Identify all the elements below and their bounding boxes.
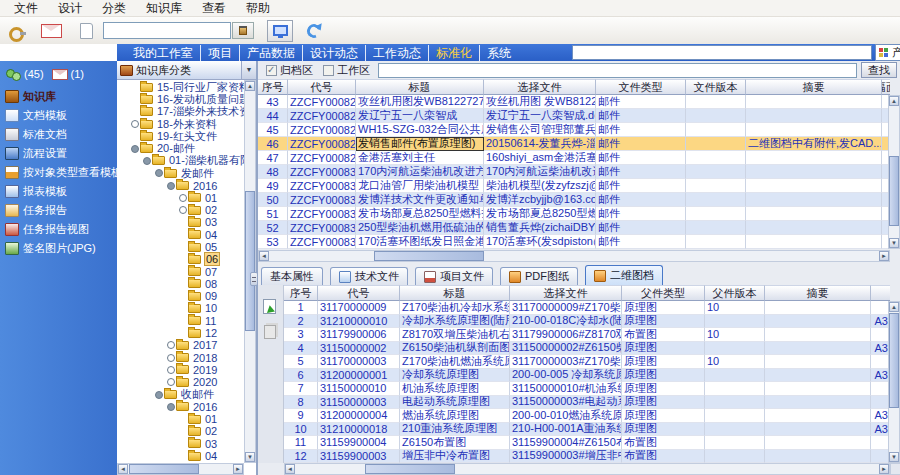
- column-header-幅面[interactable]: 幅面: [882, 79, 890, 95]
- table-row[interactable]: 631200000001冷却系统原理图200-00-005 冷却系统原理图..原…: [284, 369, 890, 383]
- table-row[interactable]: 46ZZCFY000827发销售邮件(布置原理图)20150614-发董兵烨-淄…: [258, 137, 890, 151]
- tree-node-2017[interactable]: 2017: [117, 339, 244, 351]
- column-header-文件版本[interactable]: 文件版本: [686, 79, 746, 95]
- column-header-代号[interactable]: 代号: [318, 285, 400, 301]
- column-header-文件类型[interactable]: 文件类型: [596, 79, 686, 95]
- nav-tab-系统[interactable]: 系统: [479, 45, 518, 61]
- tree-horizontal-scrollbar[interactable]: ◄ ►: [117, 463, 244, 475]
- column-header-标题[interactable]: 标题: [356, 79, 484, 95]
- scroll-left-icon[interactable]: ◄: [285, 464, 295, 474]
- scroll-right-icon[interactable]: ►: [879, 464, 889, 474]
- collapse-handle-icon[interactable]: [155, 169, 163, 177]
- collapse-handle-icon[interactable]: [131, 145, 139, 153]
- scrollbar-thumb[interactable]: [374, 251, 484, 261]
- chevron-down-icon[interactable]: ▼: [241, 61, 256, 79]
- toolbar-search-input[interactable]: [103, 22, 231, 39]
- find-button[interactable]: 查找: [861, 62, 897, 78]
- column-header-标题[interactable]: 标题: [400, 285, 510, 301]
- table-row[interactable]: 231210000010冷却水系统原理图(陆用)210-00-018C冷却水(陆…: [284, 315, 890, 329]
- tree-node-12[interactable]: 12: [117, 327, 244, 339]
- panel-splitter-handle[interactable]: [250, 272, 258, 286]
- nav-tab-我的工作室[interactable]: 我的工作室: [126, 45, 200, 61]
- table-row[interactable]: 531170000003Z170柴油机燃油系统原理图31170000003#Z1…: [284, 355, 890, 369]
- sidebar-item-标准文档[interactable]: 标准文档: [0, 125, 117, 144]
- menu-item-知识库[interactable]: 知识库: [136, 0, 192, 17]
- scrollbar-thumb[interactable]: [365, 464, 455, 474]
- tree-node-05[interactable]: 05: [117, 241, 244, 253]
- column-header-sheet[interactable]: [871, 285, 890, 301]
- table-row[interactable]: 1131159900004Z6150布置图31159900004#Z6150布置…: [284, 436, 890, 450]
- column-header-序号[interactable]: 序号: [284, 285, 318, 301]
- table-row[interactable]: 931200000004燃油系统原理图200-00-010燃油系统原理图..原理…: [284, 409, 890, 423]
- nav-tab-标准化[interactable]: 标准化: [428, 45, 479, 61]
- key-icon[interactable]: [8, 23, 26, 39]
- nav-tab-设计动态[interactable]: 设计动态: [302, 45, 365, 61]
- nav-tab-产品数据[interactable]: 产品数据: [239, 45, 302, 61]
- column-header-父件版本[interactable]: 父件版本: [705, 285, 765, 301]
- sidebar-item-按对象类型查看模板[interactable]: 按对象类型查看模板: [0, 163, 117, 182]
- tree-node-11[interactable]: 11: [117, 315, 244, 327]
- nav-tab-工作动态[interactable]: 工作动态: [365, 45, 428, 61]
- expand-handle-icon[interactable]: [179, 206, 187, 214]
- inbox-mail-icon[interactable]: [52, 69, 68, 80]
- sidebar-item-文档模板[interactable]: 文档模板: [0, 106, 117, 125]
- table-row[interactable]: 53ZZCFY000835170活塞环图纸发日照金港170活塞环(发sdpist…: [258, 235, 890, 249]
- tree-node-04[interactable]: 04: [117, 229, 244, 241]
- tree-node-10[interactable]: 10: [117, 302, 244, 314]
- tree-node-2016[interactable]: 2016: [117, 401, 244, 413]
- tree-node-02[interactable]: 02: [117, 425, 244, 437]
- table-row[interactable]: 131170000009Z170柴油机冷却水系统原理..31170000009#…: [284, 301, 890, 315]
- global-search-input[interactable]: [572, 45, 872, 60]
- sidebar-item-任务报告[interactable]: 任务报告: [0, 201, 117, 220]
- archive-button[interactable]: [232, 22, 254, 39]
- scroll-left-icon[interactable]: ◄: [118, 464, 128, 474]
- tab-二维图档[interactable]: 二维图档: [585, 265, 663, 285]
- table-row[interactable]: 431150000002Z6150柴油机纵剖面图31150000002#Z615…: [284, 342, 890, 356]
- table-row[interactable]: 48ZZCFY000830170内河航运柴油机改进方...170内河航运柴油机改…: [258, 165, 890, 179]
- table-row[interactable]: 45ZZCFY000826WH15-SZG-032合同公共底...发销售公司管理…: [258, 123, 890, 137]
- add-file-icon[interactable]: [263, 299, 276, 314]
- expand-handle-icon[interactable]: [179, 194, 187, 202]
- refresh-icon[interactable]: [305, 21, 324, 40]
- scroll-right-icon[interactable]: ►: [233, 464, 243, 474]
- table-row[interactable]: 49ZZCFY000831龙口油管厂用柴油机模型柴油机模型(发zyfzszj@s…: [258, 179, 890, 193]
- scroll-down-icon[interactable]: ▼: [889, 452, 899, 462]
- tree-node-08[interactable]: 08: [117, 278, 244, 290]
- column-header-选择文件[interactable]: 选择文件: [510, 285, 622, 301]
- tree-node-收邮件[interactable]: 收邮件: [117, 388, 244, 400]
- scroll-up-icon[interactable]: ▲: [889, 96, 899, 106]
- sidebar-item-知识库[interactable]: 知识库: [0, 87, 117, 106]
- sidebar-item-报表模板[interactable]: 报表模板: [0, 182, 117, 201]
- scrollbar-thumb[interactable]: [245, 191, 255, 331]
- tree-node-2016[interactable]: 2016: [117, 179, 244, 191]
- column-header-代号[interactable]: 代号: [288, 79, 356, 95]
- table-row[interactable]: 1031210000018210重油系统原理图210-H00-001A重油系统.…: [284, 423, 890, 437]
- menu-item-设计[interactable]: 设计: [48, 0, 92, 17]
- tab-技术文件[interactable]: 技术文件: [330, 267, 408, 285]
- drawings-table-vertical-scrollbar[interactable]: ▲ ▼: [888, 301, 900, 463]
- scrollbar-thumb[interactable]: [129, 464, 199, 474]
- scroll-right-icon[interactable]: ►: [879, 251, 889, 261]
- tree-node-01[interactable]: 01: [117, 413, 244, 425]
- tree-node-2020[interactable]: 2020: [117, 376, 244, 388]
- scrollbar-thumb[interactable]: [889, 156, 899, 226]
- scrollbar-thumb[interactable]: [889, 313, 899, 408]
- collapse-handle-icon[interactable]: [167, 182, 175, 190]
- tree-node-2019[interactable]: 2019: [117, 364, 244, 376]
- table-row[interactable]: 331179900006Z8170双增压柴油机右机布..31179900006#…: [284, 328, 890, 342]
- online-users-icon[interactable]: [5, 68, 22, 81]
- files-table-vertical-scrollbar[interactable]: ▲ ▼: [888, 95, 900, 249]
- tab-PDF图纸[interactable]: PDF图纸: [500, 267, 578, 285]
- tree-node-02[interactable]: 02: [117, 204, 244, 216]
- tab-项目文件[interactable]: 项目文件: [415, 267, 493, 285]
- collapse-handle-icon[interactable]: [143, 157, 151, 165]
- nav-tab-项目[interactable]: 项目: [200, 45, 239, 61]
- scroll-up-icon[interactable]: ▲: [245, 81, 255, 91]
- menu-item-帮助[interactable]: 帮助: [236, 0, 280, 17]
- column-header-序号[interactable]: 序号: [258, 79, 288, 95]
- menu-item-文件[interactable]: 文件: [4, 0, 48, 17]
- tree-node-06[interactable]: 06: [117, 253, 244, 265]
- new-page-icon[interactable]: [80, 23, 93, 39]
- collapse-handle-icon[interactable]: [155, 391, 163, 399]
- search-category-combo[interactable]: 产品: [875, 44, 900, 61]
